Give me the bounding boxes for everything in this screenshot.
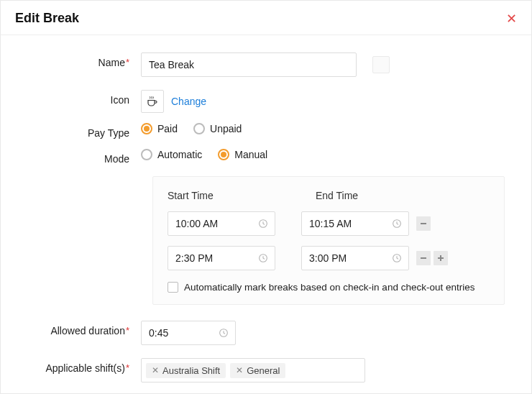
svg-rect-2 [421,223,426,224]
label-pay-type: Pay Type [22,123,141,139]
required-marker: * [126,325,129,336]
auto-mark-checkbox[interactable] [168,282,178,293]
svg-rect-7 [440,255,441,261]
mode-group: Automatic Manual [141,149,267,160]
close-icon[interactable]: ✕ [506,12,517,25]
dialog-header: Edit Break ✕ [1,1,531,35]
clock-icon [257,252,269,264]
mode-manual[interactable]: Manual [218,149,267,160]
shift-chip[interactable]: ✕ Australia Shift [146,363,226,378]
row-icon: Icon Change [22,90,510,113]
add-time-row[interactable] [434,251,448,265]
pay-type-group: Paid Unpaid [141,123,242,134]
label-applicable-shifts: Applicable shift(s)* [22,358,141,374]
clock-icon [218,327,229,339]
time-head: Start Time End Time [168,190,490,201]
row-name: Name* [22,52,510,77]
minus-icon [419,254,428,262]
time-panel: Start Time End Time 10:00 AM 10:15 AM 2:… [152,176,505,305]
clock-icon [257,218,269,229]
pay-type-unpaid[interactable]: Unpaid [193,123,242,134]
label-icon: Icon [22,90,141,106]
change-icon-link[interactable]: Change [171,96,206,107]
allowed-duration-input[interactable]: 0:45 [141,321,236,345]
row-mode: Mode Automatic Manual [22,149,510,165]
radio-icon [141,123,152,134]
start-time-1[interactable]: 10:00 AM [168,211,275,236]
clock-icon [391,218,403,229]
dialog-title: Edit Break [15,11,79,26]
svg-rect-5 [421,257,426,259]
required-marker: * [126,57,129,68]
row-pay-type: Pay Type Paid Unpaid [22,123,510,139]
cup-icon [146,95,159,108]
shift-chip[interactable]: ✕ General [230,363,285,378]
start-time-2[interactable]: 2:30 PM [168,246,275,270]
auto-mark-label: Automatically mark breaks based on check… [184,282,474,293]
form-body: Name* Icon Change Pay Type [1,35,531,394]
end-time-2[interactable]: 3:00 PM [301,246,409,270]
chip-remove-icon[interactable]: ✕ [236,365,243,375]
required-marker: * [126,362,129,373]
row-allowed-duration: Allowed duration* 0:45 [22,321,510,345]
auto-mark-row: Automatically mark breaks based on check… [168,282,490,293]
remove-time-row-1[interactable] [416,216,431,231]
name-input[interactable] [141,52,357,77]
end-time-header: End Time [316,190,438,201]
start-time-header: Start Time [168,190,290,201]
time-row-2: 2:30 PM 3:00 PM [168,246,490,270]
mode-automatic[interactable]: Automatic [141,149,202,160]
label-allowed-duration: Allowed duration* [22,321,141,336]
label-name: Name* [22,52,141,68]
radio-icon [193,123,205,134]
row-applicable-shifts: Applicable shift(s)* ✕ Australia Shift ✕… [22,358,510,382]
break-icon-preview [141,90,164,113]
clock-icon [391,252,403,264]
radio-icon [141,149,152,160]
time-row-1: 10:00 AM 10:15 AM [168,211,490,236]
shifts-input[interactable]: ✕ Australia Shift ✕ General [141,358,365,382]
chip-remove-icon[interactable]: ✕ [152,365,159,375]
remove-time-row-2[interactable] [416,251,431,265]
name-aux-box [372,56,390,73]
minus-icon [419,219,428,228]
pay-type-paid[interactable]: Paid [141,123,178,134]
end-time-1[interactable]: 10:15 AM [301,211,409,236]
label-mode: Mode [22,149,141,165]
plus-icon [436,254,445,262]
radio-icon [218,149,229,160]
